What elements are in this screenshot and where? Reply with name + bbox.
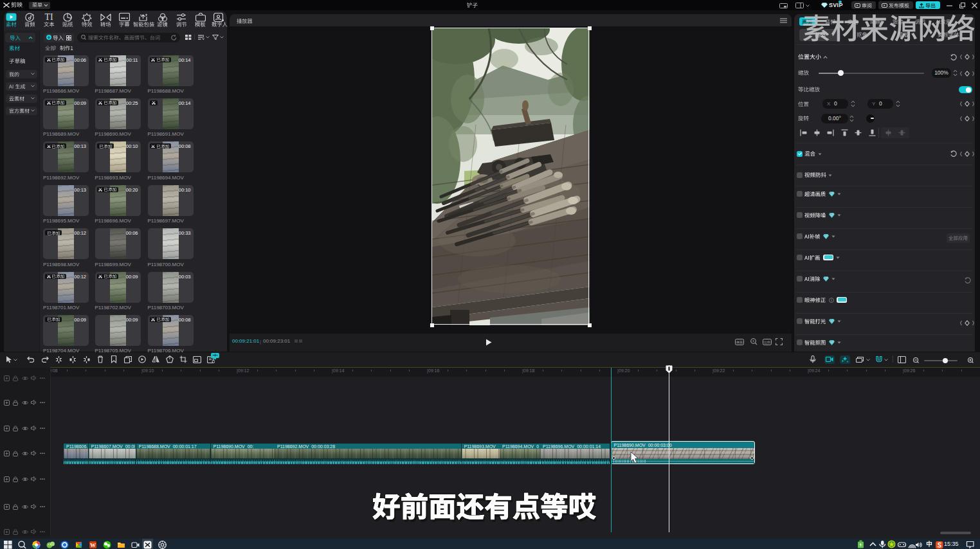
svg-text:W: W bbox=[90, 542, 96, 548]
svg-text:TI: TI bbox=[44, 13, 53, 21]
